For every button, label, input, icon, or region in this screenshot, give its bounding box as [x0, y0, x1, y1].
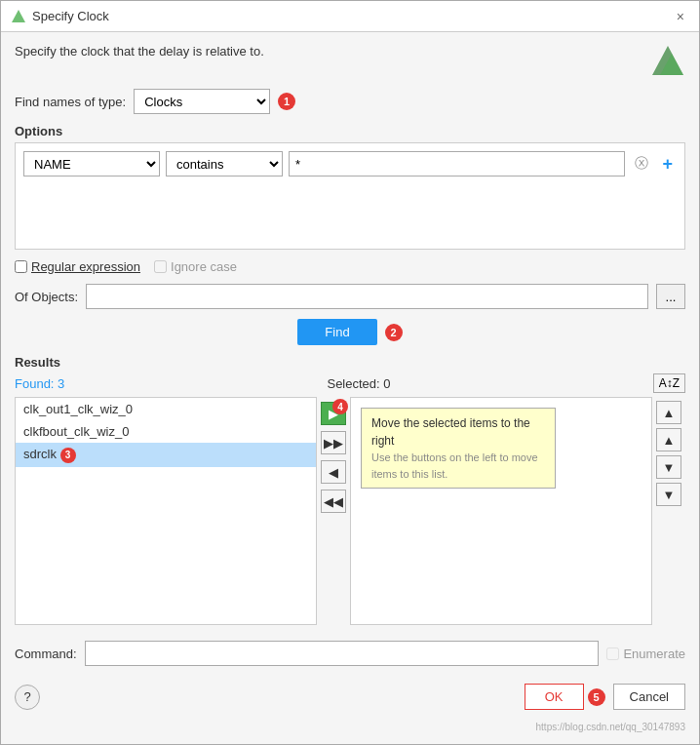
enumerate-check [606, 647, 619, 660]
title-bar: Specify Clock × [1, 1, 699, 32]
find-button[interactable]: Find [297, 319, 376, 345]
results-left-list[interactable]: clk_out1_clk_wiz_0 clkfbout_clk_wiz_0 sd… [15, 397, 317, 625]
of-objects-browse-button[interactable]: ... [656, 284, 685, 309]
enumerate-checkbox: Enumerate [606, 647, 685, 661]
type-dropdown[interactable]: Clocks Nets Ports Cells [134, 89, 270, 114]
tooltip-box: Move the selected items to the right Use… [361, 408, 556, 489]
close-button[interactable]: × [672, 7, 689, 26]
list-item[interactable]: clkfbout_clk_wiz_0 [16, 420, 316, 443]
results-section: Results Found: 3 Selected: 0 A↕Z clk_out… [15, 355, 685, 625]
options-label: Options [15, 124, 685, 138]
ignore-case-label: Ignore case [171, 259, 237, 274]
selected-count: 0 [383, 376, 390, 391]
selected-text: Selected: 0 [327, 376, 390, 391]
search-input[interactable] [289, 151, 625, 176]
ignore-case-check [154, 260, 167, 273]
of-objects-label: Of Objects: [15, 290, 78, 304]
cancel-button[interactable]: Cancel [613, 684, 685, 710]
regular-expression-checkbox[interactable]: Regular expression [15, 259, 140, 274]
main-window: Specify Clock × Specify the clock that t… [0, 0, 700, 745]
watermark: https://blog.csdn.net/qq_30147893 [15, 722, 685, 732]
badge-4: 4 [332, 399, 348, 414]
found-count: 3 [58, 376, 64, 391]
bottom-right: OK 5 Cancel [525, 684, 685, 710]
move-up-button[interactable]: ▲ [656, 428, 681, 451]
tooltip-main: Move the selected items to the right [371, 414, 545, 450]
move-all-left-button[interactable]: ◀◀ [321, 490, 346, 513]
enumerate-label: Enumerate [623, 647, 685, 661]
ok-button[interactable]: OK [525, 684, 584, 710]
bottom-row: ? OK 5 Cancel [15, 684, 685, 710]
filter-dropdown[interactable]: NAME VALUE TYPE [23, 151, 160, 176]
main-content: Specify the clock that the delay is rela… [1, 32, 699, 744]
badge-5: 5 [588, 688, 605, 706]
help-label: ? [23, 689, 30, 704]
list-item[interactable]: sdrclk 3 [16, 443, 316, 467]
badge-2: 2 [385, 324, 403, 341]
svg-marker-0 [12, 10, 25, 22]
selected-label: Selected: [327, 376, 379, 391]
move-left-button[interactable]: ◀ [321, 460, 346, 484]
window-title: Specify Clock [32, 9, 109, 23]
of-objects-input[interactable] [86, 284, 648, 309]
description-text: Specify the clock that the delay is rela… [15, 44, 264, 59]
badge-3: 3 [60, 448, 76, 463]
results-main: clk_out1_clk_wiz_0 clkfbout_clk_wiz_0 sd… [15, 397, 685, 625]
middle-controls: ▶ 4 ▶▶ ◀ ◀◀ [317, 397, 350, 625]
ok-label: OK [545, 689, 564, 704]
sort-button[interactable]: A↕Z [653, 373, 685, 393]
clear-button[interactable]: ⓧ [631, 155, 652, 173]
find-names-label: Find names of type: [15, 95, 126, 109]
move-down-button[interactable]: ▼ [656, 455, 681, 479]
results-header: Results [15, 355, 685, 370]
options-section: Options NAME VALUE TYPE contains equals … [15, 124, 685, 250]
found-text: Found: 3 [15, 376, 64, 391]
list-item[interactable]: clk_out1_clk_wiz_0 [16, 398, 316, 420]
brand-logo-icon [650, 44, 685, 79]
find-button-row: Find 2 [15, 319, 685, 345]
options-filter-row: NAME VALUE TYPE contains equals starts w… [23, 151, 677, 176]
regex-label: Regular expression [31, 259, 140, 274]
results-right-list: Move the selected items to the right Use… [350, 397, 652, 625]
results-info-row: Found: 3 Selected: 0 A↕Z [15, 373, 685, 393]
title-bar-left: Specify Clock [11, 9, 109, 24]
of-objects-row: Of Objects: ... [15, 284, 685, 309]
header-desc: Specify the clock that the delay is rela… [15, 44, 685, 79]
tooltip-hint: Use the buttons on the left to move item… [371, 450, 545, 482]
ignore-case-checkbox[interactable]: Ignore case [154, 259, 237, 274]
regex-check[interactable] [15, 260, 27, 273]
dots-label: ... [666, 290, 677, 304]
condition-dropdown[interactable]: contains equals starts with ends with [166, 151, 283, 176]
find-names-row: Find names of type: Clocks Nets Ports Ce… [15, 89, 685, 114]
app-icon [11, 9, 26, 24]
move-all-right-button[interactable]: ▶▶ [321, 431, 346, 454]
right-side-buttons: ▲ ▲ ▼ ▼ [652, 397, 685, 625]
help-button[interactable]: ? [15, 685, 40, 710]
move-top-button[interactable]: ▲ [656, 401, 681, 424]
options-box: NAME VALUE TYPE contains equals starts w… [15, 142, 685, 250]
found-label: Found: [15, 376, 54, 391]
command-input[interactable] [85, 641, 600, 666]
add-filter-button[interactable]: + [658, 154, 677, 175]
command-row: Command: Enumerate [15, 641, 685, 666]
ok-group: OK 5 [525, 684, 605, 710]
command-label: Command: [15, 647, 77, 661]
badge-1: 1 [278, 93, 295, 110]
move-bottom-button[interactable]: ▼ [656, 483, 681, 506]
checkbox-row: Regular expression Ignore case [15, 259, 685, 274]
